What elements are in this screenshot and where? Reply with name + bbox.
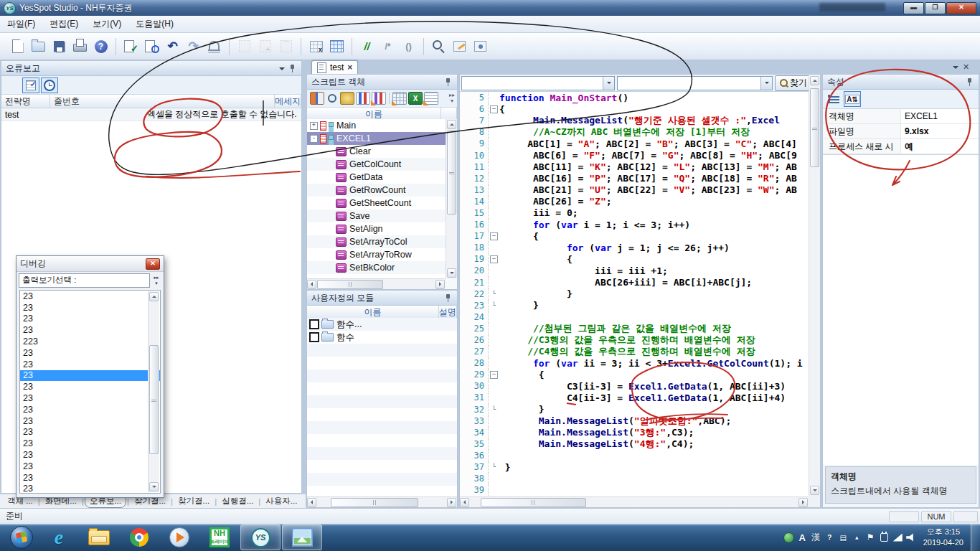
tab-close-icon[interactable]: × [347, 62, 352, 72]
dock-tab[interactable]: 찾기결... [174, 495, 214, 507]
code-line[interactable]: 35 Main.MessageList("4행:",C4); [460, 438, 809, 450]
dock-tab[interactable]: 실행결... [217, 495, 258, 507]
debug-list-item[interactable]: 23 [20, 404, 160, 415]
chevron-down-icon[interactable] [603, 77, 614, 90]
code-line[interactable]: 38 [460, 473, 809, 484]
module-row[interactable]: 함수 [307, 331, 457, 344]
power-icon[interactable] [878, 532, 890, 544]
comment-block-icon[interactable] [379, 37, 397, 55]
tree-item[interactable]: SetAlign [307, 222, 446, 235]
dock-menu-icon[interactable] [953, 66, 958, 72]
code-line[interactable]: 16 for (var i = 1; i <= 3; i++) [460, 219, 809, 230]
debug-output-list[interactable]: 2323232322323232323232323232323232323 [19, 290, 161, 494]
code-line[interactable]: 36 [460, 450, 809, 461]
code-line[interactable]: 33 Main.MessageList("알파벳조합:",ABC); [460, 415, 809, 427]
syntax-check-icon[interactable] [122, 37, 140, 55]
undo-icon[interactable] [164, 37, 182, 55]
dock-arrange-icon[interactable] [310, 92, 324, 105]
dock-tab[interactable]: 사용자... [261, 495, 301, 507]
separator[interactable] [116, 38, 116, 55]
error-filter-icon[interactable] [22, 77, 39, 93]
tree-expander-icon[interactable]: - [310, 135, 318, 143]
debug-list-item[interactable]: 23 [20, 370, 160, 382]
separator[interactable] [352, 38, 352, 55]
list-import-icon[interactable] [424, 92, 438, 105]
code-line[interactable]: 20 iii = iii +1; [460, 265, 809, 276]
search-object-icon[interactable] [326, 93, 339, 104]
code-line[interactable]: 34 Main.MessageList("3행:",C3); [460, 427, 809, 438]
toolbar-overflow-icon[interactable]: ▸▸▾ [449, 93, 457, 104]
separator[interactable] [229, 38, 230, 55]
document-tab[interactable]: test × [311, 60, 358, 74]
code-line[interactable]: 22└ } [460, 288, 809, 300]
tree-horizontal-scrollbar[interactable] [307, 278, 446, 289]
print-icon[interactable] [71, 37, 89, 55]
chevron-down-icon[interactable] [760, 77, 772, 90]
find-combo-1[interactable] [461, 76, 615, 90]
code-line[interactable]: 24 [460, 311, 809, 323]
debug-list-item[interactable]: 23 [20, 484, 160, 494]
sort-az-icon[interactable] [844, 91, 861, 107]
replace-icon[interactable] [451, 37, 468, 55]
editor-vertical-scrollbar[interactable] [809, 75, 820, 496]
ime-hanja-icon[interactable]: 漢 [810, 532, 822, 544]
code-line[interactable]: 13 ABC[21] = "U"; ABC[22] = "V"; ABC[23]… [460, 184, 809, 196]
find-combo-2[interactable] [617, 76, 773, 90]
show-desktop-button[interactable] [971, 524, 980, 551]
excel-import-icon[interactable] [408, 92, 423, 105]
script-info-icon[interactable] [143, 37, 161, 55]
debug-list-item[interactable]: 23 [20, 359, 160, 370]
code-line[interactable]: 37└ } [460, 461, 809, 473]
code-line[interactable]: 9 ABC[1] = "A"; ABC[2] = "B"; ABC[3] = "… [460, 138, 809, 149]
객체명[interactable]: 객체명 EXCEL1 [823, 109, 979, 124]
debug-list-item[interactable]: 23 [20, 472, 160, 484]
column-header[interactable]: 이름 [307, 306, 439, 319]
help-icon[interactable] [92, 37, 110, 55]
column-header[interactable]: 설명 [439, 306, 457, 319]
tree-expander-icon[interactable]: + [310, 122, 318, 130]
debug-list-item[interactable]: 23 [20, 415, 160, 427]
code-line[interactable]: 32└ } [460, 404, 809, 415]
minimize-button[interactable]: ▬ [903, 2, 924, 14]
open-folder-icon[interactable] [29, 37, 47, 55]
module-checkbox[interactable] [309, 332, 319, 342]
delete-errors-icon[interactable] [5, 78, 21, 93]
code-line[interactable]: 18 for (var j = 1; j <= 26; j++) [460, 242, 809, 253]
tree-item[interactable]: SetArrayToRow [307, 248, 446, 261]
debug-list-item[interactable]: 23 [20, 461, 160, 472]
separator[interactable] [389, 93, 390, 104]
start-button[interactable] [5, 525, 38, 550]
menu-item[interactable]: 파일(F) [0, 16, 42, 32]
debug-list-item[interactable]: 23 [20, 291, 160, 302]
column-header[interactable]: 메세지 [275, 95, 301, 108]
pin-icon[interactable] [445, 78, 451, 86]
debug-title-bar[interactable]: 디버깅 ✕ [17, 256, 164, 272]
modules-horizontal-scrollbar[interactable] [307, 496, 457, 507]
copy-add-icon[interactable] [256, 37, 274, 55]
find-button[interactable]: 찾기 [775, 75, 812, 91]
dock-close-icon[interactable]: ✕ [963, 62, 969, 72]
code-line[interactable]: 31 C4[ii-3] = Excel1.GetData(1, ABC[ii]+… [460, 392, 809, 403]
파일명[interactable]: 파일명 9.xlsx [823, 124, 979, 139]
ime-globe-icon[interactable] [783, 532, 795, 544]
code-line[interactable]: 10 ABC[6] = "F"; ABC[7] = "G"; ABC[8] = … [460, 149, 809, 161]
close-button[interactable]: ✕ [946, 2, 976, 14]
code-line[interactable]: 5function Main_OnStart() [460, 92, 809, 103]
code-line[interactable]: 6−{ [460, 103, 809, 115]
tree-item[interactable]: Clear [307, 145, 446, 158]
code-line[interactable]: 7 Main.MessageList("행기준 사용된 셀갯수 :",Excel [460, 115, 809, 126]
separator[interactable] [423, 38, 424, 55]
code-line[interactable]: 21 ABC[26+iii] = ABC[i]+ABC[j]; [460, 277, 809, 288]
property-value[interactable]: 예 [901, 141, 979, 153]
debug-list-item[interactable]: 23 [20, 427, 160, 438]
code-line[interactable]: 25 //첨부된 그림과 같은 값을 배열변수에 저장 [460, 323, 809, 334]
spinner-icon[interactable]: ▸▸▾ [151, 275, 161, 286]
volume-icon[interactable] [905, 532, 918, 544]
help-tray-icon[interactable]: ? [824, 532, 836, 544]
프로세스 새로 시[interactable]: 프로세스 새로 시 예 [823, 139, 979, 154]
redo-icon[interactable] [184, 37, 202, 55]
debug-list-item[interactable]: 23 [20, 438, 160, 449]
find-icon[interactable] [430, 37, 448, 55]
tree-item[interactable]: GetData [307, 171, 446, 184]
debug-filter-combo[interactable]: 출력보기선택 : [19, 273, 150, 288]
